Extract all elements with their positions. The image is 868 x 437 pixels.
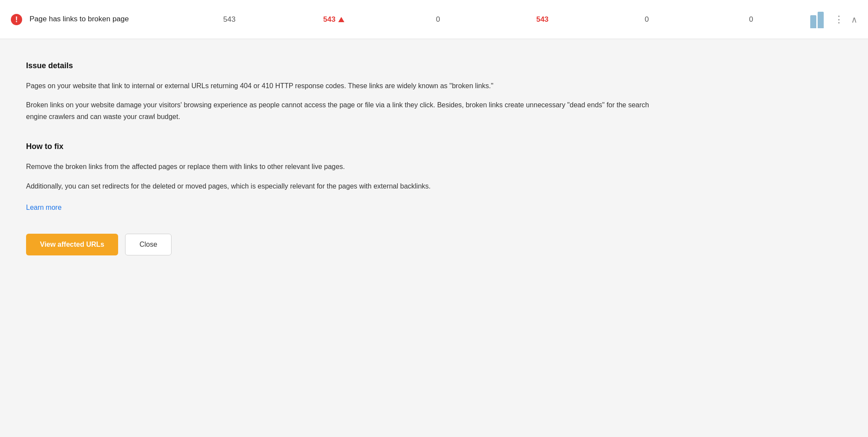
issue-details-title: Issue details bbox=[26, 60, 669, 72]
stat-total: 543 bbox=[177, 14, 281, 25]
trend-chart bbox=[810, 11, 824, 28]
issue-details-paragraph1: Pages on your website that link to inter… bbox=[26, 80, 669, 92]
how-to-fix-paragraph1: Remove the broken links from the affecte… bbox=[26, 161, 669, 172]
more-options-icon[interactable]: ⋮ bbox=[834, 12, 844, 26]
arrow-up-icon bbox=[338, 17, 344, 22]
chart-bar-2 bbox=[818, 12, 824, 28]
footer-buttons: View affected URLs Close bbox=[26, 234, 669, 255]
svg-text:!: ! bbox=[15, 15, 18, 24]
how-to-fix-section: How to fix Remove the broken links from … bbox=[26, 141, 669, 213]
stat-errors: 543 bbox=[281, 14, 386, 25]
page-wrapper: ! Page has links to broken page 543 543 … bbox=[0, 0, 868, 437]
content-area: Issue details Pages on your website that… bbox=[0, 39, 695, 281]
chart-bar-1 bbox=[810, 15, 816, 28]
stat-broken: 543 bbox=[490, 14, 594, 25]
close-button[interactable]: Close bbox=[125, 234, 172, 255]
issue-details-section: Issue details Pages on your website that… bbox=[26, 60, 669, 122]
stat-warnings: 0 bbox=[386, 14, 490, 25]
how-to-fix-title: How to fix bbox=[26, 141, 669, 152]
stat-col6: 0 bbox=[699, 14, 803, 25]
issue-title: Page has links to broken page bbox=[30, 14, 177, 24]
header-actions: ⋮ ∧ bbox=[834, 12, 858, 26]
view-affected-urls-button[interactable]: View affected URLs bbox=[26, 234, 118, 255]
header-stats: 543 543 0 543 0 0 bbox=[177, 11, 858, 28]
header-row: ! Page has links to broken page 543 543 … bbox=[0, 0, 868, 39]
how-to-fix-paragraph2: Additionally, you can set redirects for … bbox=[26, 181, 669, 192]
stat-col5: 0 bbox=[594, 14, 699, 25]
collapse-icon[interactable]: ∧ bbox=[851, 13, 858, 26]
learn-more-link[interactable]: Learn more bbox=[26, 202, 62, 213]
issue-details-paragraph2: Broken links on your website damage your… bbox=[26, 99, 669, 122]
error-icon: ! bbox=[10, 13, 23, 26]
